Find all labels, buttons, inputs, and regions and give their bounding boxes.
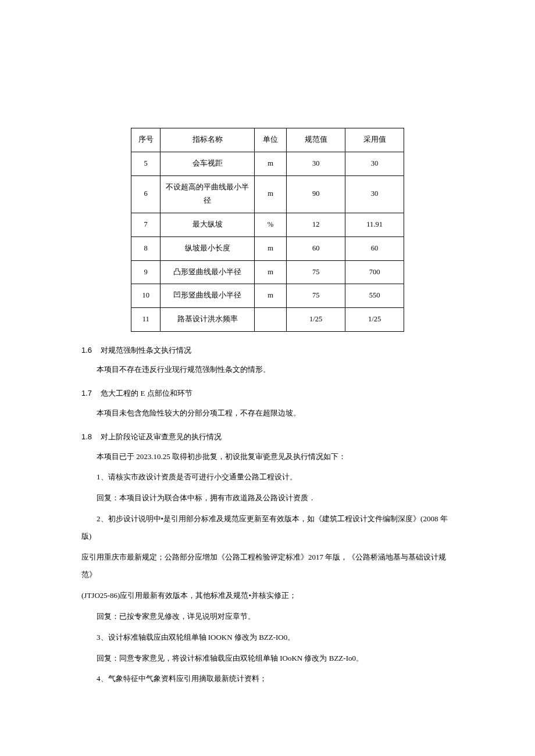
cell-name: 路基设计洪水频率 xyxy=(160,308,254,332)
table-row: 6 不设超高的平曲线最小半径 m 90 30 xyxy=(131,175,404,213)
section-num: 1.8 xyxy=(81,432,92,441)
cell-use: 60 xyxy=(345,237,404,260)
body-paragraph: 本项目已于 2023.10.25 取得初步批复，初设批复审瓷意见及执行情况如下： xyxy=(81,448,454,465)
section-1-6-heading: 1.6 对规范强制性条文执行情况 xyxy=(81,343,454,358)
section-title: 对上阶段论证及审查意见的执行情况 xyxy=(101,432,222,441)
th-seq: 序号 xyxy=(131,128,160,152)
cell-seq: 6 xyxy=(131,175,160,213)
section-1-7-heading: 1.7 危大工程的 E 点部位和环节 xyxy=(81,386,454,401)
table-header-row: 序号 指标名称 单位 规范值 采用值 xyxy=(131,128,404,152)
table-row: 8 纵坡最小长度 m 60 60 xyxy=(131,237,404,260)
table-row: 5 会车视距 m 30 30 xyxy=(131,152,404,175)
cell-seq: 11 xyxy=(131,308,160,332)
cell-spec: 30 xyxy=(287,152,345,175)
spec-table: 序号 指标名称 单位 规范值 采用值 5 会车视距 m 30 30 6 不设超高… xyxy=(131,128,404,332)
th-use: 采用值 xyxy=(345,128,404,152)
body-paragraph: (JTJO25-86)应引用最新有效版本，其他标准及规范•并核实修正； xyxy=(81,587,454,604)
cell-seq: 7 xyxy=(131,213,160,237)
cell-use: 11.91 xyxy=(345,213,404,237)
cell-unit: % xyxy=(254,213,286,237)
th-name: 指标名称 xyxy=(160,128,254,152)
cell-use: 30 xyxy=(345,152,404,175)
cell-use: 30 xyxy=(345,175,404,213)
cell-unit: m xyxy=(254,260,286,284)
cell-seq: 9 xyxy=(131,260,160,284)
cell-name: 纵坡最小长度 xyxy=(160,237,254,260)
cell-spec: 75 xyxy=(287,284,345,308)
cell-seq: 5 xyxy=(131,152,160,175)
cell-name: 最大纵坡 xyxy=(160,213,254,237)
cell-spec: 60 xyxy=(287,237,345,260)
cell-name: 凹形竖曲线最小半径 xyxy=(160,284,254,308)
cell-seq: 10 xyxy=(131,284,160,308)
cell-use: 1/25 xyxy=(345,308,404,332)
body-paragraph: 回复：本项目设计为联合体中标，拥有市政道路及公路设计资质． xyxy=(81,489,454,507)
body-paragraph: 回复：同意专家意见，将设计标准轴载应由双轮组单轴 IOoKN 修改为 BZZ-I… xyxy=(81,650,454,667)
table-row: 9 凸形竖曲线最小半径 m 75 700 xyxy=(131,260,404,284)
body-paragraph: 1、请核实市政设计资质是否可进行小交通量公路工程设计。 xyxy=(81,468,454,486)
th-spec: 规范值 xyxy=(287,128,345,152)
body-paragraph: 2、初步设计说明中•是引用部分标准及规范应更新至有效版本，如《建筑工程设计文件编… xyxy=(81,510,454,545)
cell-unit: m xyxy=(254,175,286,213)
section-title: 危大工程的 E 点部位和环节 xyxy=(101,389,192,397)
section-num: 1.6 xyxy=(81,346,92,354)
cell-seq: 8 xyxy=(131,237,160,260)
th-unit: 单位 xyxy=(254,128,286,152)
cell-unit: m xyxy=(254,284,286,308)
body-paragraph: 本项目未包含危险性较大的分部分项工程，不存在超限边坡。 xyxy=(81,404,454,422)
cell-spec: 90 xyxy=(287,175,345,213)
body-paragraph: 4、气象特征中气象资料应引用摘取最新统计资料； xyxy=(81,670,454,687)
cell-spec: 75 xyxy=(287,260,345,284)
table-row: 7 最大纵坡 % 12 11.91 xyxy=(131,213,404,237)
body-paragraph: 应引用重庆市最新规定；公路部分应增加《公路工程检验评定标准》2017 年版，《公… xyxy=(81,549,454,583)
table-row: 10 凹形竖曲线最小半径 m 75 550 xyxy=(131,284,404,308)
body-paragraph: 本项目不存在违反行业现行规范强制性条文的情形。 xyxy=(81,361,454,378)
cell-unit: m xyxy=(254,237,286,260)
body-paragraph: 回复：已按专家意见修改，详见说明对应章节。 xyxy=(81,608,454,625)
table-row: 11 路基设计洪水频率 1/25 1/25 xyxy=(131,308,404,332)
cell-spec: 12 xyxy=(287,213,345,237)
cell-unit: m xyxy=(254,152,286,175)
body-paragraph: 3、设计标准轴载应由双轮组单轴 IOOKN 修改为 BZZ-IO0。 xyxy=(81,629,454,646)
section-1-8-heading: 1.8 对上阶段论证及审查意见的执行情况 xyxy=(81,430,454,445)
cell-name: 会车视距 xyxy=(160,152,254,175)
cell-spec: 1/25 xyxy=(287,308,345,332)
cell-use: 550 xyxy=(345,284,404,308)
cell-name: 凸形竖曲线最小半径 xyxy=(160,260,254,284)
section-title: 对规范强制性条文执行情况 xyxy=(101,346,191,354)
cell-unit xyxy=(254,308,286,332)
section-num: 1.7 xyxy=(81,389,92,397)
cell-use: 700 xyxy=(345,260,404,284)
cell-name: 不设超高的平曲线最小半径 xyxy=(160,175,254,213)
